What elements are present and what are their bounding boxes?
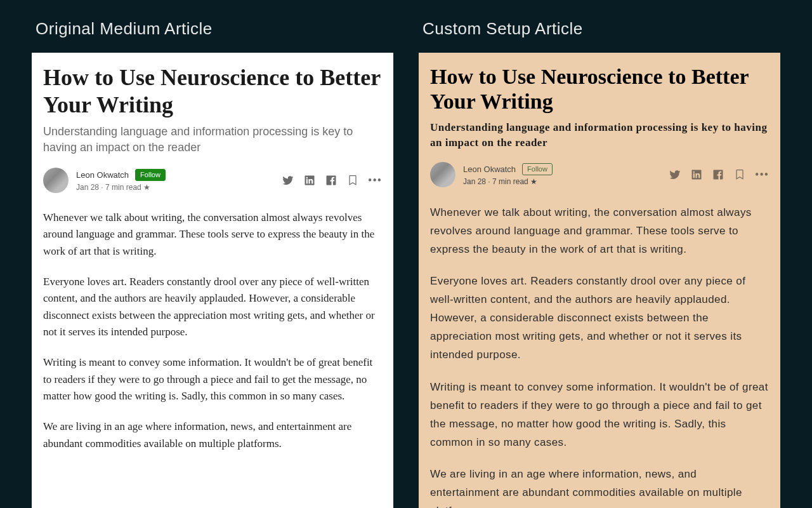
original-article: How to Use Neuroscience to Better Your W…	[32, 53, 393, 508]
article-subtitle: Understanding language and information p…	[43, 124, 382, 155]
author-line: Leon Okwatch Follow	[463, 163, 553, 175]
author-avatar[interactable]	[43, 168, 69, 193]
article-body: Whenever we talk about writing, the conv…	[430, 204, 769, 508]
twitter-icon[interactable]	[282, 174, 294, 187]
twitter-icon[interactable]	[669, 168, 681, 181]
meta-left: Leon Okwatch Follow Jan 28 · 7 min read …	[43, 168, 166, 193]
custom-column: Custom Setup Article How to Use Neurosci…	[419, 19, 780, 508]
follow-button[interactable]: Follow	[135, 169, 166, 181]
linkedin-icon[interactable]	[303, 174, 316, 187]
article-body: Whenever we talk about writing, the conv…	[43, 210, 382, 452]
bookmark-icon[interactable]	[733, 168, 746, 181]
more-icon[interactable]: •••	[755, 169, 769, 180]
article-title: How to Use Neuroscience to Better Your W…	[430, 64, 769, 114]
date-readtime: Jan 28 · 7 min read ★	[463, 177, 553, 186]
paragraph: Everyone loves art. Readers constantly d…	[43, 274, 382, 340]
more-icon[interactable]: •••	[368, 175, 382, 186]
facebook-icon[interactable]	[712, 168, 724, 181]
linkedin-icon[interactable]	[690, 168, 703, 181]
custom-label: Custom Setup Article	[422, 19, 780, 39]
meta-text: Leon Okwatch Follow Jan 28 · 7 min read …	[463, 163, 553, 186]
paragraph: Whenever we talk about writing, the conv…	[43, 210, 382, 260]
date-readtime: Jan 28 · 7 min read ★	[76, 183, 166, 192]
share-icons: •••	[669, 168, 769, 181]
custom-article: How to Use Neuroscience to Better Your W…	[419, 53, 780, 508]
paragraph: We are living in an age where informatio…	[43, 418, 382, 452]
original-label: Original Medium Article	[36, 19, 393, 39]
author-name[interactable]: Leon Okwatch	[76, 170, 129, 180]
paragraph: Whenever we talk about writing, the conv…	[430, 204, 769, 259]
comparison-wrapper: Original Medium Article How to Use Neuro…	[0, 0, 812, 508]
paragraph: Everyone loves art. Readers constantly d…	[430, 272, 769, 364]
article-subtitle: Understanding language and information p…	[430, 120, 769, 150]
meta-text: Leon Okwatch Follow Jan 28 · 7 min read …	[76, 169, 166, 192]
author-line: Leon Okwatch Follow	[76, 169, 166, 181]
meta-row: Leon Okwatch Follow Jan 28 · 7 min read …	[43, 168, 382, 193]
share-icons: •••	[282, 174, 382, 187]
article-title: How to Use Neuroscience to Better Your W…	[43, 64, 382, 119]
paragraph: Writing is meant to convey some informat…	[430, 378, 769, 452]
bookmark-icon[interactable]	[346, 174, 359, 187]
author-name[interactable]: Leon Okwatch	[463, 164, 516, 174]
follow-button[interactable]: Follow	[522, 163, 553, 175]
paragraph: Writing is meant to convey some informat…	[43, 354, 382, 404]
meta-row: Leon Okwatch Follow Jan 28 · 7 min read …	[430, 162, 769, 187]
author-avatar[interactable]	[430, 162, 455, 187]
original-column: Original Medium Article How to Use Neuro…	[32, 19, 393, 508]
meta-left: Leon Okwatch Follow Jan 28 · 7 min read …	[430, 162, 553, 187]
paragraph: We are living in an age where informatio…	[430, 465, 769, 508]
facebook-icon[interactable]	[325, 174, 337, 187]
